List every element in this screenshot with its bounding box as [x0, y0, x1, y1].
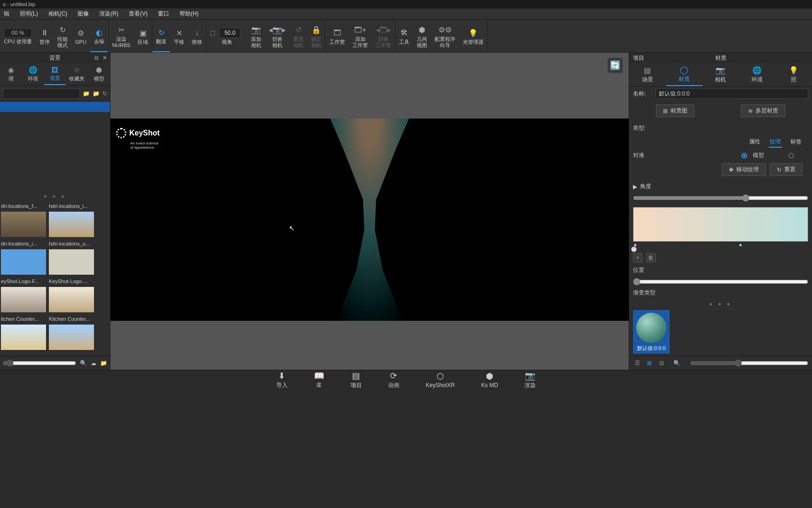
tab-scene[interactable]: ▤场景 [629, 63, 666, 86]
gradient-preview[interactable] [633, 207, 808, 242]
name-input[interactable] [656, 88, 808, 99]
tab-camera[interactable]: 📷相机 [703, 63, 739, 86]
pause-button[interactable]: ⏸暂停 [36, 20, 54, 52]
gradient-markers[interactable]: ▲ ▲ [633, 243, 808, 251]
close-icon[interactable]: ✕ [102, 55, 108, 61]
thumb-item[interactable]: eyShot-Logo-F... [1, 278, 46, 312]
switch-studio-button[interactable]: ◂🗔▸切换 工作室 [372, 20, 395, 52]
subtab-properties[interactable]: 属性 [748, 137, 761, 148]
perf-button[interactable]: ↻性能 模式 [54, 20, 71, 52]
material-graph-button[interactable]: ⊞材质图 [656, 104, 695, 117]
light-manager-button[interactable]: 💡光管理器 [459, 20, 487, 52]
multilayer-button[interactable]: ≋多层材质 [741, 104, 785, 117]
thumb-item[interactable]: Kitchen Counter... [49, 315, 94, 350]
menu-image[interactable]: 图像 [76, 9, 91, 19]
folder-icon[interactable]: 📁 [100, 360, 107, 366]
material-label: 材质 [715, 54, 726, 62]
tab-environment[interactable]: 🌐环境 [739, 63, 775, 86]
thumb-size-slider[interactable] [3, 359, 76, 367]
ksmd-button[interactable]: ⬢Ks MD [481, 371, 498, 389]
zoom-combo[interactable]: 00 %CPU 使用量 [0, 20, 36, 52]
library-button[interactable]: 📖库 [314, 371, 324, 389]
tab-material[interactable]: ◯材质 [666, 63, 703, 86]
region-button[interactable]: ▣区域 [134, 20, 152, 52]
render-button[interactable]: 📷渲染 [524, 371, 536, 389]
preview-size-slider[interactable] [690, 359, 808, 367]
gradient-stop-marker[interactable]: ▲ [738, 242, 743, 247]
position-slider[interactable] [633, 278, 808, 286]
material-name: 默认值:0:0:0 [635, 344, 668, 352]
add-stop-button[interactable]: + [633, 253, 642, 262]
add-camera-button[interactable]: 📷添加 相机 [247, 20, 265, 52]
cloud-sync-icon[interactable]: 🔄 [607, 57, 623, 73]
dolly-button[interactable]: ↓推移 [188, 20, 206, 52]
tree-row[interactable] [0, 102, 110, 112]
studio-button[interactable]: 🗔工作室 [326, 20, 349, 52]
render-view[interactable]: KeyShot An exact science of appearance ↖ [110, 119, 629, 321]
tumble-button[interactable]: ↻翻滚 [152, 20, 170, 52]
thumb-item[interactable]: KeyShot-Logo-... [49, 278, 94, 312]
search-icon[interactable]: 🔍 [672, 359, 681, 367]
animation-button[interactable]: ⟳动画 [388, 371, 399, 389]
subtab-textures[interactable]: 纹理 [769, 137, 782, 148]
lock-camera-button[interactable]: 🔒锁定 相机 [307, 20, 325, 52]
grid-view-icon[interactable]: ⊞ [645, 359, 654, 367]
menu-camera[interactable]: 相机(C) [47, 9, 70, 19]
search-icon[interactable]: 🔍 [80, 360, 87, 366]
fov-input[interactable] [219, 30, 240, 36]
folder-icon[interactable]: 📁 [83, 89, 90, 98]
material-preview[interactable]: 默认值:0:0:0 [633, 310, 670, 354]
menu-window[interactable]: 窗口 [156, 9, 171, 19]
nurbs-button[interactable]: ✂渲染 NURBS [109, 20, 134, 52]
resize-handle[interactable]: ● ● ● [629, 300, 812, 308]
viewport[interactable]: 🔄 KeyShot An exact science of appearance… [110, 53, 629, 370]
align-part-radio[interactable] [789, 153, 794, 159]
align-model-radio[interactable] [742, 153, 747, 159]
tab-lighting[interactable]: 💡照 [775, 63, 812, 86]
expand-icon[interactable]: ▶ [633, 183, 637, 190]
list-view-icon[interactable]: ☰ [633, 359, 641, 367]
subtab-labels[interactable]: 标签 [789, 137, 803, 148]
gpu-button[interactable]: ⚙GPU [71, 20, 90, 52]
thumb-item[interactable]: hdri-locations_u... [49, 240, 94, 275]
add-studio-button[interactable]: 🗔+添加 工作室 [349, 20, 372, 52]
refresh-icon[interactable]: ↻ [102, 89, 107, 98]
denoise-button[interactable]: ◐去噪 [90, 20, 108, 52]
left-tab-material[interactable]: ◉理 [0, 63, 22, 85]
fov-button[interactable]: ⬚ 视角 [206, 20, 247, 52]
tools-button[interactable]: 🛠工具 [395, 20, 413, 52]
reset-camera-button[interactable]: ↺重置 相机 [289, 20, 307, 52]
delete-stop-button[interactable]: 🗑 [646, 253, 656, 262]
cloud-icon[interactable]: ☁ [91, 360, 96, 366]
thumb-item[interactable]: dri-locations_i... [1, 240, 46, 275]
switch-camera-button[interactable]: ◂📷▸切换 相机 [265, 20, 289, 52]
left-tab-background[interactable]: 🖼背景 [44, 63, 66, 85]
resize-handle[interactable]: ● ● ● [0, 191, 110, 201]
thumb-item[interactable]: hdri-locations_i... [49, 202, 94, 237]
pan-button[interactable]: ✕平移 [170, 20, 188, 52]
left-tab-environment[interactable]: 🌐环境 [22, 63, 44, 85]
menu-item[interactable]: 辑 [2, 9, 11, 19]
popout-icon[interactable]: ⧉ [93, 55, 100, 61]
left-tab-favorites[interactable]: ☆收藏夹 [66, 63, 88, 85]
menu-render[interactable]: 渲染(R) [97, 9, 120, 19]
menu-lighting[interactable]: 照明(L) [18, 9, 40, 19]
left-tab-models[interactable]: ⬢模型 [88, 63, 110, 85]
keyshotxr-button[interactable]: ⬡KeyShotXR [426, 371, 455, 389]
configurator-button[interactable]: ⚙⚙配置程序 向导 [431, 20, 459, 52]
menu-help[interactable]: 帮助(H) [178, 9, 201, 19]
geometry-view-button[interactable]: ⬢几何 视图 [413, 20, 431, 52]
import-button[interactable]: ⬇导入 [276, 371, 288, 389]
thumb-item[interactable]: dri-locations_f... [1, 202, 46, 237]
angle-slider[interactable] [633, 194, 808, 202]
gradient-color-handle[interactable] [631, 246, 637, 252]
move-texture-button[interactable]: ✥移动纹理 [722, 163, 766, 176]
search-input[interactable] [3, 88, 80, 99]
tree-view-icon[interactable]: ⊟ [657, 359, 666, 367]
reset-button[interactable]: ↻重置 [770, 163, 803, 176]
folder-icon[interactable]: 📁 [93, 89, 100, 98]
folder-tree[interactable] [0, 102, 110, 191]
menu-view[interactable]: 查看(V) [127, 9, 149, 19]
project-button[interactable]: ▤项目 [351, 371, 362, 389]
thumb-item[interactable]: itchen Counter... [1, 315, 46, 350]
